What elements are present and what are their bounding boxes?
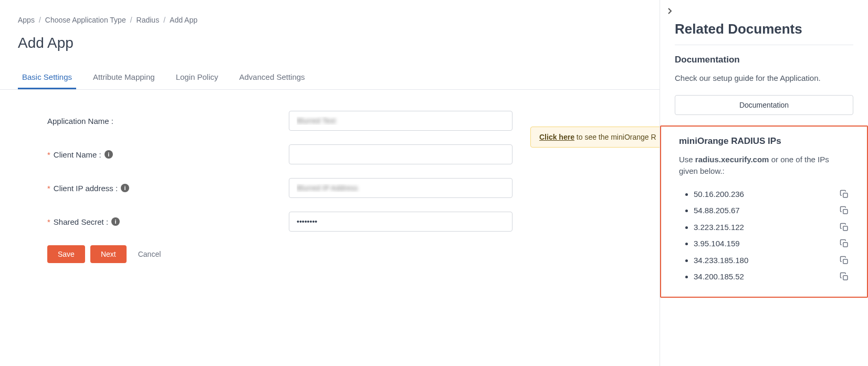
tab-attribute-mapping[interactable]: Attribute Mapping [89,66,159,89]
side-panel: Related Documents Documentation Check ou… [660,0,868,366]
client-ip-input[interactable] [289,178,513,198]
shared-secret-label: * Shared Secret : i [47,217,289,226]
breadcrumb-sep: / [39,16,41,24]
breadcrumb-apps[interactable]: Apps [18,16,35,24]
breadcrumb-radius[interactable]: Radius [137,16,160,24]
required-marker: * [47,150,50,159]
page-title: Add App [0,24,660,66]
client-ip-label: * Client IP address : i [47,184,289,193]
svg-rect-3 [843,243,848,247]
panel-divider [675,45,853,45]
info-icon[interactable]: i [121,184,129,192]
ip-item: 3.95.104.159 [694,235,849,252]
ip-item: 34.233.185.180 [694,252,849,269]
copy-icon[interactable] [840,270,849,287]
cancel-button[interactable]: Cancel [132,245,168,263]
radius-ips-box: miniOrange RADIUS IPs Use radius.xecurif… [660,126,868,298]
ips-heading: miniOrange RADIUS IPs [679,136,849,147]
client-name-label: * Client Name : i [47,150,289,159]
radius-hostname: radius.xecurify.com [695,155,769,164]
ip-item: 50.16.200.236 [694,186,849,203]
doc-text: Check our setup guide for the Applicatio… [675,72,853,85]
ip-item: 34.200.185.52 [694,268,849,285]
breadcrumb-current: Add App [170,16,197,24]
svg-rect-0 [843,193,848,197]
required-marker: * [47,184,50,193]
required-marker: * [47,217,50,226]
tab-login-policy[interactable]: Login Policy [172,66,223,89]
breadcrumb-choose-type[interactable]: Choose Application Type [45,16,126,24]
alert-click-here-link[interactable]: Click here [539,133,574,141]
ip-item: 3.223.215.122 [694,219,849,236]
ip-list: 50.16.200.236 54.88.205.67 3.223.215.122 [679,186,849,285]
svg-rect-4 [843,259,848,263]
save-button[interactable]: Save [47,245,85,263]
form-area: Application Name : * Client Name : i * C… [0,90,660,284]
chevron-right-icon[interactable] [667,7,673,16]
app-name-input[interactable] [289,111,513,131]
shared-secret-input[interactable] [289,212,513,232]
doc-heading: Documentation [675,55,853,65]
info-icon[interactable]: i [104,150,113,159]
next-button[interactable]: Next [90,245,127,263]
ips-intro-text: Use radius.xecurify.com or one of the IP… [679,154,849,177]
svg-rect-1 [843,210,848,214]
alert-rest-text: to see the miniOrange R [574,133,656,141]
ip-item: 54.88.205.67 [694,202,849,219]
documentation-button[interactable]: Documentation [675,95,853,115]
breadcrumb-sep: / [163,16,165,24]
app-name-label: Application Name : [47,117,289,126]
breadcrumb: Apps / Choose Application Type / Radius … [0,0,660,24]
info-icon[interactable]: i [111,217,120,226]
client-name-input[interactable] [289,144,513,164]
svg-rect-5 [843,276,848,280]
tab-advanced-settings[interactable]: Advanced Settings [235,66,309,89]
svg-rect-2 [843,226,848,230]
tabs-container: Basic Settings Attribute Mapping Login P… [0,66,660,90]
panel-title: Related Documents [675,21,853,37]
tab-basic-settings[interactable]: Basic Settings [18,66,76,89]
breadcrumb-sep: / [130,16,132,24]
